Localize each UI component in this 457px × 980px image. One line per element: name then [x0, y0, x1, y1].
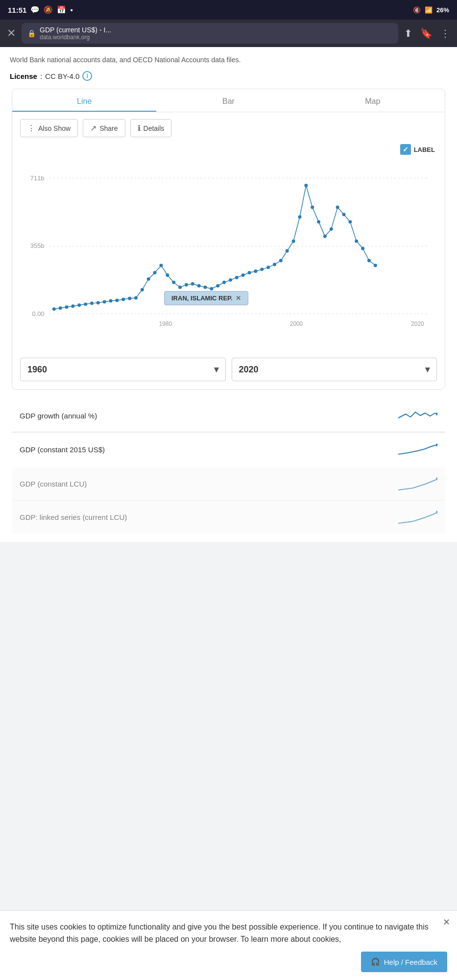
mute-status-icon: 🔇	[413, 6, 421, 14]
partial-item-gdp-linked: GDP: linked series (current LCU)	[12, 501, 445, 533]
svg-point-61	[436, 413, 437, 416]
label-checkbox[interactable]: ✓	[400, 144, 411, 155]
sparkline-gdp-lcu	[398, 476, 437, 491]
label-toggle[interactable]: ✓ LABEL	[400, 144, 435, 155]
browser-actions: ⬆ 🔖 ⋮	[404, 27, 450, 39]
chart-card: Line Bar Map ⋮ Also Show ↗ Share ℹ Detai…	[12, 89, 445, 390]
svg-text:2000: 2000	[290, 320, 303, 327]
svg-text:0.00: 0.00	[32, 310, 44, 318]
info-icon: ℹ	[138, 123, 141, 133]
share-icon: ↗	[90, 123, 96, 133]
close-tab-button[interactable]: ✕	[7, 27, 16, 40]
partial-label-gdp-linked: GDP: linked series (current LCU)	[20, 513, 398, 521]
partial-label-gdp-lcu: GDP (constant LCU)	[20, 480, 398, 488]
chart-controls: ⋮ Also Show ↗ Share ℹ Details	[12, 112, 445, 144]
status-left: 11:51 💬 🔕 📅 •	[8, 5, 73, 14]
license-row: License : CC BY-4.0 i	[10, 71, 447, 81]
sparkline-gdp-constant	[398, 442, 437, 457]
browser-bar: ✕ 🔒 GDP (current US$) - I... data.worldb…	[0, 20, 457, 47]
time-display: 11:51	[8, 6, 26, 14]
year-from-select[interactable]: 1960 ▾	[20, 358, 226, 381]
partial-items-section: GDP (constant LCU) GDP: linked series (c…	[12, 467, 445, 533]
license-info-icon[interactable]: i	[82, 71, 92, 81]
sparkline-gdp-growth	[398, 408, 437, 423]
svg-text:1980: 1980	[159, 320, 172, 327]
status-bar: 11:51 💬 🔕 📅 • 🔇 📶 26%	[0, 0, 457, 20]
details-label: Details	[144, 124, 165, 132]
chevron-down-icon-2: ▾	[425, 364, 430, 375]
chart-tabs: Line Bar Map	[12, 89, 445, 112]
svg-text:711b: 711b	[30, 174, 45, 182]
svg-point-62	[436, 443, 437, 446]
tab-bar[interactable]: Bar	[156, 89, 300, 112]
bookmark-icon[interactable]: 🔖	[420, 27, 433, 39]
calendar-icon: 📅	[57, 5, 66, 14]
dots-icon: ⋮	[27, 123, 35, 133]
year-to-value: 2020	[239, 365, 259, 375]
related-label-gdp-constant: GDP (constant 2015 US$)	[20, 445, 398, 454]
url-bar[interactable]: 🔒 GDP (current US$) - I... data.worldban…	[22, 23, 398, 44]
license-value: CC BY-4.0	[45, 72, 79, 80]
sparkline-gdp-linked	[398, 510, 437, 524]
cookie-close-button[interactable]: ✕	[443, 917, 450, 928]
battery-display: 26%	[436, 6, 449, 14]
related-label-gdp-growth: GDP growth (annual %)	[20, 412, 398, 420]
source-text: World Bank national accounts data, and O…	[10, 55, 447, 65]
chevron-down-icon: ▾	[214, 364, 218, 375]
dot-indicator: •	[70, 6, 72, 14]
headphone-icon: 🎧	[371, 957, 380, 966]
message-icon: 💬	[30, 5, 40, 14]
status-right: 🔇 📶 26%	[413, 6, 449, 14]
also-show-label: Also Show	[38, 124, 71, 132]
line-chart-svg: 711b 355b 0.00 1980 2000 2020	[20, 159, 437, 343]
help-feedback-button[interactable]: 🎧 Help / Feedback	[361, 952, 447, 972]
tab-line[interactable]: Line	[12, 89, 156, 112]
license-label: License	[10, 72, 37, 80]
lock-icon: 🔒	[27, 29, 36, 37]
related-item-gdp-growth[interactable]: GDP growth (annual %)	[12, 399, 445, 432]
share-label: Share	[99, 124, 118, 132]
year-selectors: 1960 ▾ 2020 ▾	[12, 350, 445, 389]
related-items-section: GDP growth (annual %) GDP (constant 2015…	[12, 399, 445, 466]
details-button[interactable]: ℹ Details	[130, 119, 172, 137]
share-button[interactable]: ↗ Share	[83, 119, 125, 137]
page-title: GDP (current US$) - I...	[40, 26, 392, 34]
url-domain: data.worldbank.org	[40, 34, 392, 41]
svg-text:2020: 2020	[411, 320, 424, 327]
also-show-button[interactable]: ⋮ Also Show	[20, 119, 78, 137]
tooltip-close-button[interactable]: ✕	[236, 294, 241, 302]
help-feedback-label: Help / Feedback	[384, 958, 437, 966]
share-browser-icon[interactable]: ⬆	[404, 27, 412, 39]
chart-area: ✓ LABEL 711b 355b 0.00 1980 2000 2020	[12, 144, 445, 350]
label-text: LABEL	[414, 146, 435, 153]
cookie-message-text: This site uses cookies to optimize funct…	[10, 921, 447, 946]
tooltip-country-name: IRAN, ISLAMIC REP.	[171, 294, 233, 302]
country-tooltip: IRAN, ISLAMIC REP. ✕	[164, 291, 248, 305]
page-content: World Bank national accounts data, and O…	[0, 47, 457, 542]
year-from-value: 1960	[27, 365, 47, 375]
year-to-select[interactable]: 2020 ▾	[232, 358, 437, 381]
partial-item-gdp-lcu: GDP (constant LCU)	[12, 467, 445, 500]
more-options-icon[interactable]: ⋮	[440, 27, 450, 39]
mute-icon: 🔕	[44, 5, 53, 14]
svg-text:355b: 355b	[30, 242, 45, 249]
wifi-icon: 📶	[425, 6, 433, 14]
cookie-banner: ✕ This site uses cookies to optimize fun…	[0, 910, 457, 980]
tab-map[interactable]: Map	[301, 89, 445, 112]
related-item-gdp-constant[interactable]: GDP (constant 2015 US$)	[12, 433, 445, 466]
